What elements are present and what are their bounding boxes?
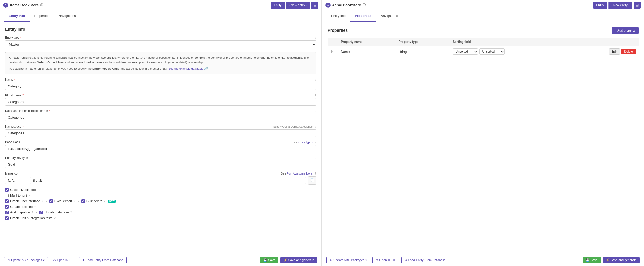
sort-up-arrow[interactable] — [331, 50, 333, 52]
entity-type-select[interactable]: Master Child — [5, 40, 316, 48]
left-logo: A — [3, 3, 8, 8]
properties-title: Properties — [328, 28, 348, 33]
excel-export-info[interactable]: ? — [74, 200, 75, 203]
col-property-name — [328, 38, 338, 46]
edit-button[interactable]: Edit — [609, 48, 620, 55]
menu-icon-group: Menu icon See Font Awesome icons ? 📄 — [5, 172, 316, 185]
update-database-label: Update database — [44, 211, 69, 214]
right-load-entity-icon: ⬇ — [405, 258, 407, 262]
example-datatable-link[interactable]: See the example datatable — [168, 67, 203, 70]
bulk-delete-checkbox[interactable] — [81, 199, 85, 203]
plural-name-info-icon[interactable]: ? — [315, 94, 316, 97]
save-button[interactable]: 💾 Save — [260, 257, 278, 263]
multi-tenant-label: Multi-tenant — [10, 194, 27, 197]
db-table-info-icon[interactable]: ? — [315, 109, 316, 112]
menu-icon-info-icon[interactable]: ? — [315, 172, 316, 175]
excel-export-checkbox[interactable] — [49, 199, 53, 203]
left-brand-info-icon[interactable]: ⓘ — [40, 3, 43, 7]
left-tab-navigations[interactable]: Navigations — [54, 10, 81, 22]
create-tests-info[interactable]: ? — [54, 217, 56, 220]
primary-key-info-icon[interactable]: ? — [315, 156, 316, 159]
multi-tenant-checkbox[interactable] — [5, 194, 9, 197]
left-brand-name: Acme.BookStore — [10, 3, 39, 7]
plural-name-label-text: Plural name * — [5, 94, 24, 97]
plural-name-group: Plural name * ? — [5, 94, 316, 106]
update-database-checkbox[interactable] — [39, 211, 43, 214]
open-in-ide-button[interactable]: ⊙ Open in IDE — [50, 257, 77, 263]
right-icon-button[interactable]: ▤ — [634, 2, 641, 9]
primary-key-input[interactable] — [5, 161, 316, 168]
load-entity-button[interactable]: ⬇ Load Entity From Database — [79, 257, 127, 263]
right-load-entity-button[interactable]: ⬇ Load Entity From Database — [401, 257, 449, 263]
create-ui-checkbox[interactable] — [5, 199, 9, 203]
db-table-input[interactable] — [5, 114, 316, 121]
base-class-input[interactable] — [5, 145, 316, 152]
update-database-info[interactable]: ? — [70, 211, 72, 214]
left-content: Entity info Entity type * ? Master Child… — [0, 22, 321, 254]
properties-table: Property name Property type Sorting fiel… — [328, 38, 639, 57]
load-entity-icon: ⬇ — [82, 258, 85, 262]
right-save-generate-button[interactable]: ⚡ Save and generate — [603, 257, 640, 263]
base-class-info-icon[interactable]: ? — [315, 141, 316, 144]
right-open-in-ide-button[interactable]: ⊙ Open in IDE — [372, 257, 399, 263]
left-icon-button[interactable]: ▤ — [311, 2, 318, 9]
add-property-button[interactable]: + Add property — [612, 27, 639, 34]
name-info-icon[interactable]: ? — [315, 78, 316, 81]
name-label-text: Name * — [5, 78, 15, 81]
left-entity-button[interactable]: Entity — [271, 2, 285, 9]
customizable-code-checkbox[interactable] — [5, 188, 9, 192]
right-save-button[interactable]: 💾 Save — [583, 257, 601, 263]
left-new-entity-button[interactable]: - New entity - — [286, 2, 310, 9]
col-sorting-field-label: Sorting field — [450, 38, 571, 46]
create-backend-checkbox[interactable] — [5, 205, 9, 209]
multi-tenant-info[interactable]: ? — [28, 194, 30, 197]
namespace-info-icon[interactable]: ? — [315, 125, 316, 128]
customizable-code-info[interactable]: ? — [39, 188, 40, 191]
create-ui-label: Create user interface — [10, 199, 40, 203]
right-tab-properties[interactable]: Properties — [350, 10, 376, 22]
create-ui-info[interactable]: ? — [42, 200, 43, 203]
right-header-actions: Entity - New entity - ▤ — [593, 2, 641, 9]
save-generate-button[interactable]: ⚡ Save and generate — [280, 257, 317, 263]
open-ide-icon: ⊙ — [53, 258, 56, 262]
name-input[interactable] — [5, 83, 316, 90]
create-backend-info[interactable]: ? — [34, 205, 36, 208]
sorting-select-1[interactable]: Unsorted Ascending Descending — [453, 48, 478, 55]
entity-types-link[interactable]: entity types — [298, 141, 313, 144]
master-child-info-box: A master-child relationship refers to a … — [5, 52, 316, 74]
right-tab-navigations[interactable]: Navigations — [376, 10, 402, 22]
plural-name-input[interactable] — [5, 98, 316, 106]
add-migration-info[interactable]: ? — [31, 211, 33, 214]
db-table-label-text: Database table/collection name * — [5, 109, 50, 113]
right-update-abp-button[interactable]: ↻ Update ABP Packages ▾ — [326, 257, 370, 263]
create-backend-label: Create backend — [10, 205, 33, 209]
entity-type-info-icon[interactable]: ? — [315, 36, 316, 39]
left-tab-entity-info[interactable]: Entity info — [4, 10, 30, 22]
right-brand: A Acme.BookStore ⓘ — [325, 3, 366, 8]
left-panel: A Acme.BookStore ⓘ Entity - New entity -… — [0, 0, 322, 266]
right-header: A Acme.BookStore ⓘ Entity - New entity -… — [322, 0, 644, 10]
menu-icon-prefix-input[interactable] — [5, 177, 28, 184]
right-update-abp-icon: ↻ — [330, 258, 332, 262]
delete-button[interactable]: Delete — [621, 49, 636, 54]
namespace-input[interactable] — [5, 129, 316, 137]
create-tests-checkbox[interactable] — [5, 216, 9, 220]
update-abp-icon: ↻ — [7, 258, 10, 262]
menu-icon-preview: 📄 — [308, 176, 316, 185]
table-row: Name string Unsorted Ascending Descendin… — [328, 46, 639, 57]
menu-icon-name-input[interactable] — [30, 177, 306, 184]
namespace-hint: Suite.WebinarDemo.Categories — [273, 125, 312, 128]
bulk-delete-info[interactable]: ? — [104, 200, 105, 203]
update-abp-button[interactable]: ↻ Update ABP Packages ▾ — [4, 257, 48, 263]
sorting-select-2[interactable]: Unsorted Ascending Descending — [479, 48, 505, 55]
create-ui-row: Create user interface ? › Excel export ?… — [5, 199, 316, 203]
entity-type-group: Entity type * ? Master Child — [5, 36, 316, 48]
right-entity-button[interactable]: Entity — [593, 2, 607, 9]
right-tab-entity-info[interactable]: Entity info — [326, 10, 350, 22]
sort-down-arrow[interactable] — [331, 52, 333, 53]
right-brand-info-icon[interactable]: ⓘ — [363, 3, 366, 7]
add-migration-checkbox[interactable] — [5, 211, 9, 214]
font-awesome-link[interactable]: Font Awesome icons — [287, 172, 313, 175]
right-new-entity-button[interactable]: - New entity - — [608, 2, 632, 9]
left-tab-properties[interactable]: Properties — [30, 10, 54, 22]
